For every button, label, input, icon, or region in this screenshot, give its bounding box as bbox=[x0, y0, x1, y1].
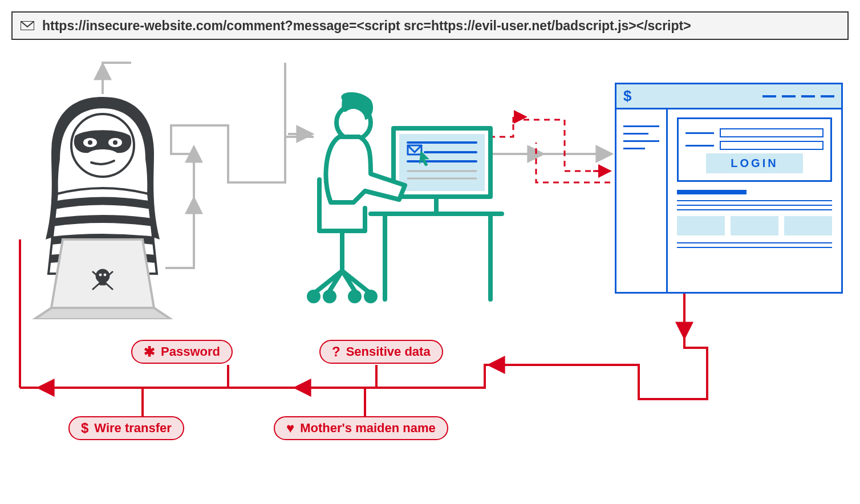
asterisk-icon: ✱ bbox=[144, 345, 155, 359]
attacker-illustration bbox=[23, 91, 182, 319]
svg-point-5 bbox=[113, 140, 117, 145]
login-button: LOGIN bbox=[706, 153, 802, 173]
page-content-lines bbox=[677, 190, 832, 248]
browser-sidebar bbox=[616, 109, 668, 292]
svg-point-9 bbox=[103, 273, 107, 277]
envelope-icon bbox=[21, 21, 34, 30]
pill-label: Wire transfer bbox=[94, 421, 172, 436]
target-website: $ LOGIN bbox=[615, 83, 843, 294]
password-field bbox=[720, 141, 824, 150]
pill-maiden-name: ♥ Mother's maiden name bbox=[274, 416, 448, 440]
login-form: LOGIN bbox=[677, 117, 832, 182]
svg-point-28 bbox=[325, 292, 334, 301]
svg-point-29 bbox=[350, 292, 359, 301]
pill-sensitive-data: ? Sensitive data bbox=[319, 340, 443, 364]
dollar-icon: $ bbox=[81, 421, 88, 435]
victim-illustration bbox=[285, 88, 508, 311]
heart-icon: ♥ bbox=[286, 421, 294, 435]
dollar-icon: $ bbox=[623, 87, 631, 105]
pill-label: Password bbox=[161, 344, 220, 359]
svg-point-8 bbox=[99, 273, 102, 277]
question-icon: ? bbox=[332, 345, 340, 359]
malicious-url-bar: https://insecure-website.com/comment?mes… bbox=[11, 11, 849, 40]
window-controls bbox=[762, 95, 834, 97]
svg-point-27 bbox=[309, 292, 318, 301]
username-field bbox=[720, 128, 824, 137]
svg-point-30 bbox=[366, 292, 375, 301]
url-text: https://insecure-website.com/comment?mes… bbox=[42, 18, 691, 34]
browser-titlebar: $ bbox=[616, 84, 841, 109]
pill-label: Mother's maiden name bbox=[300, 421, 436, 436]
browser-main: LOGIN bbox=[668, 109, 841, 292]
pill-wire-transfer: $ Wire transfer bbox=[68, 416, 184, 440]
pill-password: ✱ Password bbox=[131, 340, 233, 364]
svg-point-4 bbox=[88, 140, 92, 145]
pill-label: Sensitive data bbox=[346, 344, 431, 359]
